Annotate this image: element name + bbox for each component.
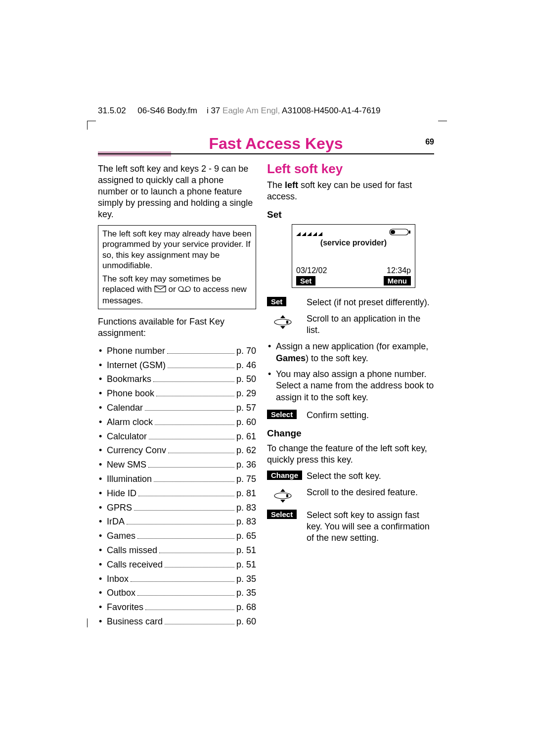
step-text: Confirm setting. [307, 410, 369, 421]
ri-a: The [267, 180, 285, 190]
step-label: Select [267, 410, 307, 421]
toc-name: Inbox [107, 572, 129, 586]
phone-status-bar [296, 228, 411, 236]
toc-name: Business card [107, 614, 163, 629]
meta-file: 06-S46 Body.fm [137, 106, 197, 115]
svg-rect-5 [391, 230, 395, 234]
toc-item: Calendarp. 57 [98, 401, 256, 415]
select-softkey-label: Select [267, 510, 297, 519]
step-text: Select soft key to assign fast key. You … [307, 510, 435, 544]
toc-dots [155, 417, 234, 425]
toc-page: p. 83 [236, 501, 256, 515]
softkey-right: Menu [384, 276, 411, 285]
toc-name: Phone book [107, 386, 154, 401]
signal-icon [296, 228, 323, 236]
toc-name: Internet (GSM) [107, 358, 166, 373]
toc-name: New SMS [107, 458, 146, 472]
toc-dots [153, 374, 234, 382]
phone-spacer [296, 247, 411, 265]
toc-page: p. 62 [236, 443, 256, 458]
svg-point-1 [178, 286, 183, 291]
svg-point-9 [274, 493, 291, 499]
toc-page: p. 61 [236, 429, 256, 444]
toc-page: p. 29 [236, 386, 256, 401]
section-heading: Left soft key [267, 161, 435, 177]
toc-item: Bookmarksp. 50 [98, 372, 256, 386]
step-label [267, 313, 307, 336]
crop-mark-tl [87, 121, 96, 130]
step-text: Scroll to an application in the list. [307, 313, 435, 336]
toc-name: Alarm clock [107, 415, 153, 429]
crop-mark-bl [87, 618, 96, 627]
page-title: Fast Access Keys [172, 135, 380, 153]
set-bullet-2: You may also assign a phone number. Sele… [267, 369, 435, 404]
page-number: 69 [425, 138, 434, 146]
toc-item: Calls missedp. 51 [98, 543, 256, 558]
note-line-2: The soft key may sometimes be replaced w… [102, 274, 252, 306]
meta-date: 31.5.02 [98, 106, 126, 115]
meta-idx: i 37 [207, 106, 220, 115]
svg-point-2 [185, 286, 190, 291]
toc-name: Calculator [107, 429, 147, 444]
phone-softkeys: Set Menu [296, 276, 411, 285]
set-bullets: Assign a new application (for example, G… [267, 341, 435, 404]
toc-dots [149, 431, 234, 439]
set-confirm: Select Confirm setting. [267, 410, 435, 421]
toc-item: Hide IDp. 81 [98, 486, 256, 501]
toc-name: Hide ID [107, 486, 136, 501]
toc-dots [165, 560, 234, 567]
toc-name: Calls received [107, 558, 163, 572]
avail-text: Functions available for Fast Key assignm… [98, 316, 256, 339]
set-step-2: Scroll to an application in the list. [267, 313, 435, 336]
toc-dots [137, 588, 234, 596]
phone-datetime: 03/12/02 12:34p [296, 266, 411, 275]
battery-icon [389, 229, 411, 236]
envelope-icon [154, 284, 166, 295]
change-heading: Change [267, 428, 435, 439]
toc-item: Alarm clockp. 60 [98, 415, 256, 429]
toc-page: p. 36 [236, 458, 256, 472]
toc-page: p. 83 [236, 515, 256, 529]
svg-rect-8 [286, 321, 288, 324]
set-softkey-label: Set [267, 297, 286, 306]
toc-dots [145, 403, 234, 411]
toc-page: p. 81 [236, 486, 256, 501]
right-intro: The left soft key can be used for fast a… [267, 180, 435, 202]
toc-item: New SMSp. 36 [98, 458, 256, 472]
toc-page: p. 75 [236, 472, 256, 486]
step-text: Select (if not preset differently). [307, 297, 430, 308]
set-heading: Set [267, 209, 435, 220]
toc-item: Phone numberp. 70 [98, 344, 256, 358]
toc-page: p. 57 [236, 401, 256, 415]
toc-item: GPRSp. 83 [98, 501, 256, 515]
toc-dots [134, 502, 234, 510]
note-box: The left soft key may already have been … [98, 225, 256, 309]
toc-page: p. 46 [236, 358, 256, 373]
toc-dots [168, 360, 234, 368]
toc-item: Phone bookp. 29 [98, 386, 256, 401]
sb1-bold: Games [276, 353, 306, 363]
toc-name: Calendar [107, 401, 143, 415]
left-column: The left soft key and keys 2 - 9 can be … [98, 163, 256, 629]
svg-rect-6 [409, 231, 410, 234]
toc-item: Outboxp. 35 [98, 586, 256, 600]
toc-page: p. 70 [236, 344, 256, 358]
toc-item: Currency Convp. 62 [98, 443, 256, 458]
toc-dots [138, 488, 234, 496]
toc-dots [159, 545, 234, 553]
toc-page: p. 60 [236, 415, 256, 429]
toc-name: GPRS [107, 501, 132, 515]
step-text: Scroll to the desired feature. [307, 487, 418, 505]
toc-dots [165, 616, 234, 624]
meta-code: A31008-H4500-A1-4-7619 [282, 106, 380, 115]
toc-name: Bookmarks [107, 372, 151, 386]
toc-name: Outbox [107, 586, 135, 600]
step-label: Set [267, 297, 307, 308]
change-intro: To change the feature of the left soft k… [267, 443, 435, 466]
note-line-1: The left soft key may already have been … [102, 229, 252, 271]
toc-dots [127, 517, 234, 524]
toc-dots [167, 346, 234, 354]
toc-item: Calls receivedp. 51 [98, 558, 256, 572]
select-softkey-label: Select [267, 410, 297, 419]
toc-page: p. 50 [236, 372, 256, 386]
